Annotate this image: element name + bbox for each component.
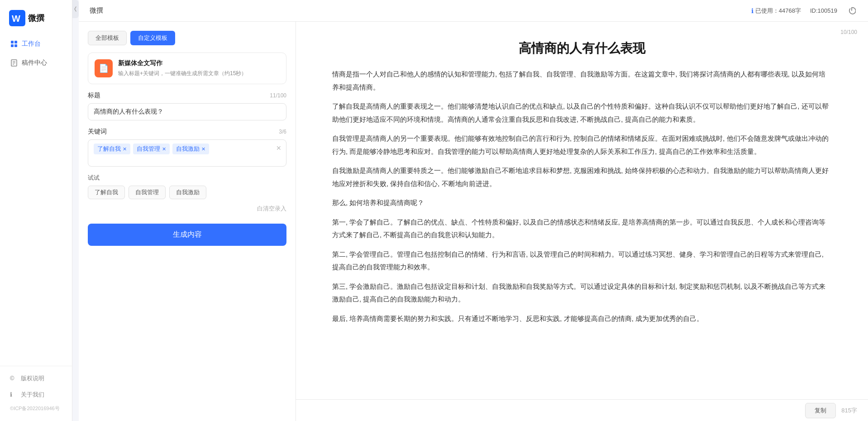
keyword-tag-3[interactable]: 自我激励 ✕	[172, 144, 209, 154]
nav: 工作台 稿件中心	[0, 35, 72, 366]
svg-rect-2	[11, 41, 14, 43]
tab-custom-templates[interactable]: 自定义模板	[130, 31, 175, 45]
keywords-section: 关键词 3/6 了解自我 ✕ 自我管理 ✕ 自我激励 ✕	[88, 128, 286, 167]
sidebar-drafts-label: 稿件中心	[22, 59, 47, 67]
content-area: 全部模板 自定义模板 📄 新媒体全文写作 输入标题+关键词，一键准确生成所需文章…	[79, 22, 868, 421]
word-count: 815字	[841, 407, 857, 415]
svg-rect-5	[14, 44, 17, 47]
article-paragraph: 情商是指一个人对自己和他人的感情的认知和管理能力, 包括了解自我、自我管理、自我…	[332, 68, 832, 94]
tab-all-templates[interactable]: 全部模板	[88, 31, 127, 45]
sidebar-footer: © 版权说明 ℹ 关于我们 ©ICP备2022016946号	[0, 366, 72, 421]
copyright-label: 版权说明	[21, 374, 44, 383]
usage-icon: ℹ	[751, 7, 754, 14]
article-paragraph: 第一, 学会了解自己。了解自己的优点、缺点、个性特质和偏好, 以及自己的情感状态…	[332, 216, 832, 242]
template-tabs: 全部模板 自定义模板	[88, 31, 286, 45]
article-paragraph: 自我管理是高情商人的另一个重要表现。他们能够有效地控制自己的言行和行为, 控制自…	[332, 132, 832, 158]
suggestion-chip-2[interactable]: 自我管理	[129, 186, 166, 199]
keyword-text-3: 自我激励	[176, 145, 200, 153]
article-paragraph: 了解自我是高情商人的重要表现之一。他们能够清楚地认识自己的优点和缺点, 以及自己…	[332, 100, 832, 126]
keyword-text-2: 自我管理	[137, 145, 160, 153]
workspace-icon	[10, 40, 18, 48]
suggestions-section: 试试 了解自我 自我管理 自我激励 白清空录入	[88, 174, 286, 213]
keyword-text-1: 了解自我	[97, 145, 121, 153]
suggestions-label: 试试	[88, 174, 286, 182]
keyword-remove-1[interactable]: ✕	[123, 146, 127, 152]
keywords-counter: 3/6	[279, 129, 286, 135]
about-icon: ℹ	[10, 391, 17, 398]
article-body: 情商是指一个人对自己和他人的感情的认知和管理能力, 包括了解自我、自我管理、自我…	[332, 68, 832, 325]
article-title: 高情商的人有什么表现	[332, 40, 832, 57]
article-counter: 10/100	[840, 29, 857, 35]
article-paragraph: 第三, 学会激励自己。激励自己包括设定目标和计划、自我激励和自我奖励等方式。可以…	[332, 280, 832, 306]
svg-rect-4	[11, 44, 14, 47]
template-desc: 输入标题+关键词，一键准确生成所需文章（约15秒）	[118, 69, 280, 77]
app-name: 微撰	[28, 13, 44, 24]
keywords-box[interactable]: 了解自我 ✕ 自我管理 ✕ 自我激励 ✕ ✕	[88, 139, 286, 167]
keyword-tag-2[interactable]: 自我管理 ✕	[133, 144, 170, 154]
template-card-icon: 📄	[95, 59, 113, 77]
copy-button[interactable]: 复制	[805, 403, 836, 418]
title-label-row: 标题 11/100	[88, 91, 286, 100]
svg-text:W: W	[12, 14, 20, 24]
article-paragraph: 自我激励是高情商人的重要特质之一。他们能够激励自己不断地追求目标和梦想, 克服困…	[332, 164, 832, 190]
about-label: 关于我们	[21, 391, 44, 399]
article-paragraph: 第二, 学会管理自己。管理自己包括控制自己的情绪、行为和言语, 以及管理自己的时…	[332, 248, 832, 274]
sidebar-copyright[interactable]: © 版权说明	[4, 371, 68, 386]
header: 微撰 ℹ 已使用：44768字 ID:100519	[79, 0, 868, 22]
sidebar-item-drafts[interactable]: 稿件中心	[4, 54, 68, 72]
logo-icon: W	[9, 10, 25, 26]
collapse-btn[interactable]	[72, 0, 79, 18]
template-card[interactable]: 📄 新媒体全文写作 输入标题+关键词，一键准确生成所需文章（约15秒）	[88, 53, 286, 84]
header-title: 微撰	[90, 6, 103, 15]
right-panel: 10/100 高情商的人有什么表现 情商是指一个人对自己和他人的感情的认知和管理…	[296, 22, 868, 421]
copyright-icon: ©	[10, 375, 17, 382]
drafts-icon	[10, 59, 18, 67]
suggestion-chip-3[interactable]: 自我激励	[169, 186, 206, 199]
keyword-tag-1[interactable]: 了解自我 ✕	[94, 144, 130, 154]
template-info: 新媒体全文写作 输入标题+关键词，一键准确生成所需文章（约15秒）	[118, 59, 280, 77]
keywords-label-row: 关键词 3/6	[88, 128, 286, 136]
article-container: 10/100 高情商的人有什么表现 情商是指一个人对自己和他人的感情的认知和管理…	[296, 22, 868, 399]
svg-rect-3	[14, 41, 17, 43]
logo: W 微撰	[0, 5, 72, 35]
title-section: 标题 11/100	[88, 91, 286, 120]
article-paragraph: 那么, 如何培养和提高情商呢？	[332, 196, 832, 210]
keywords-label: 关键词	[88, 128, 107, 136]
sidebar-about[interactable]: ℹ 关于我们	[4, 387, 68, 402]
left-panel: 全部模板 自定义模板 📄 新媒体全文写作 输入标题+关键词，一键准确生成所需文章…	[79, 22, 296, 421]
title-input[interactable]	[88, 103, 286, 120]
title-label: 标题	[88, 91, 100, 100]
title-counter: 11/100	[270, 92, 286, 99]
usage-info: ℹ 已使用：44768字	[751, 7, 801, 15]
sidebar-item-workspace[interactable]: 工作台	[4, 35, 68, 53]
template-name: 新媒体全文写作	[118, 59, 280, 67]
id-label: ID:100519	[810, 7, 837, 14]
main: 微撰 ℹ 已使用：44768字 ID:100519 全部模板 自定义模板	[79, 0, 868, 421]
sidebar-workspace-label: 工作台	[22, 40, 41, 48]
sidebar: W 微撰 工作台	[0, 0, 72, 421]
keyword-remove-3[interactable]: ✕	[201, 146, 205, 152]
generate-button[interactable]: 生成内容	[88, 224, 286, 246]
suggestion-chips: 了解自我 自我管理 自我激励	[88, 186, 286, 199]
clear-link[interactable]: 白清空录入	[88, 205, 286, 213]
icp-text: ©ICP备2022016946号	[4, 403, 68, 414]
power-button[interactable]	[846, 5, 857, 16]
article-paragraph: 最后, 培养高情商需要长期的努力和实践。只有通过不断地学习、反思和实践, 才能够…	[332, 312, 832, 325]
keyword-remove-2[interactable]: ✕	[162, 146, 166, 152]
suggestion-chip-1[interactable]: 了解自我	[88, 186, 125, 199]
keywords-clear-icon[interactable]: ✕	[276, 144, 281, 152]
usage-label: 已使用：44768字	[755, 7, 801, 15]
right-bottom-bar: 复制 815字	[296, 399, 868, 421]
header-right: ℹ 已使用：44768字 ID:100519	[751, 5, 857, 16]
